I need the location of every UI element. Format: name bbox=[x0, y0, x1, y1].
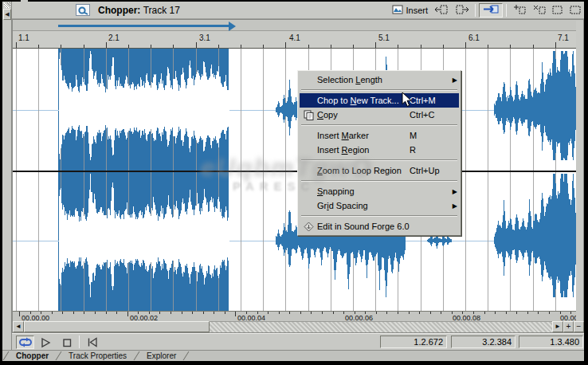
beat-ruler-label: 1.1 bbox=[18, 33, 29, 42]
menu-separator bbox=[301, 180, 457, 182]
insert-label: Insert bbox=[406, 6, 428, 15]
menu-item-shortcut: Ctrl+C bbox=[410, 110, 449, 120]
link-arrow-to-selection-icon bbox=[482, 3, 500, 18]
scrollbar-thumb[interactable] bbox=[24, 321, 210, 332]
beat-tick bbox=[488, 45, 488, 48]
menu-item-label: Edit in Sound Forge 6.0 bbox=[317, 222, 410, 231]
tab-chopper[interactable]: Chopper bbox=[10, 351, 55, 361]
time-tick bbox=[203, 312, 204, 314]
time-tick bbox=[19, 312, 20, 316]
time-tick bbox=[506, 312, 507, 314]
waveform-display[interactable] bbox=[13, 49, 576, 311]
beat-ruler-label: 4.1 bbox=[289, 33, 300, 42]
time-tick bbox=[386, 312, 387, 314]
tab-divider bbox=[134, 351, 140, 360]
link-arrow-to-selection-button[interactable] bbox=[479, 3, 503, 18]
beat-tick bbox=[443, 45, 444, 48]
time-tick bbox=[73, 312, 74, 314]
loop-icon bbox=[18, 337, 33, 347]
context-menu: Selection Length▶Chop to New Track...Ctr… bbox=[297, 70, 461, 236]
double-selection-icon bbox=[532, 3, 546, 18]
menu-separator bbox=[301, 159, 457, 161]
scroll-left-button[interactable]: ◄ bbox=[13, 321, 24, 332]
time-tick bbox=[52, 312, 53, 314]
scrollbar-track[interactable] bbox=[210, 321, 552, 332]
beat-ruler[interactable]: 1.12.13.14.15.16.17.1 bbox=[13, 31, 576, 49]
horizontal-scrollbar: ◄ ► + − bbox=[13, 321, 584, 332]
menu-item-zoom-to-loop-region[interactable]: Zoom to Loop RegionCtrl+Up bbox=[300, 163, 459, 178]
transport-separator bbox=[79, 336, 80, 348]
beat-tick bbox=[375, 42, 376, 48]
shift-selection-left-icon bbox=[434, 3, 449, 18]
menu-item-edit-in-sound-forge-6-0[interactable]: Edit in Sound Forge 6.0 bbox=[300, 219, 459, 234]
insert-selection-button[interactable]: Insert bbox=[390, 3, 430, 18]
beat-tick bbox=[241, 45, 241, 48]
double-selection-button[interactable] bbox=[530, 3, 548, 18]
time-tick bbox=[441, 312, 441, 314]
menu-item-label: Insert Region bbox=[317, 145, 410, 155]
dock-divider: ◀ bbox=[2, 2, 12, 360]
tab-divider bbox=[56, 351, 62, 360]
tab-track-properties[interactable]: Track Properties bbox=[62, 351, 133, 361]
beat-tick bbox=[308, 45, 309, 48]
time-tick bbox=[159, 312, 160, 314]
menu-item-grid-spacing[interactable]: Grid Spacing▶ bbox=[300, 198, 459, 213]
play-button[interactable] bbox=[37, 336, 55, 349]
beat-tick bbox=[465, 42, 466, 48]
selection-arrow-strip[interactable] bbox=[13, 21, 576, 31]
beat-tick bbox=[331, 45, 331, 48]
selection-box-large-button[interactable] bbox=[567, 3, 583, 18]
menu-item-snapping[interactable]: Snapping▶ bbox=[300, 184, 459, 198]
transport-bar: 1.2.6723.2.3841.3.480 bbox=[12, 333, 584, 350]
menu-item-shortcut: Ctrl+Up bbox=[410, 166, 449, 175]
time-tick bbox=[484, 312, 485, 314]
menu-item-copy[interactable]: CopyCtrl+C bbox=[300, 108, 459, 122]
zoom-out-button[interactable]: − bbox=[574, 321, 584, 332]
selection-box-small-button[interactable] bbox=[550, 3, 566, 18]
menu-item-chop-to-new-track[interactable]: Chop to New Track...Ctrl+M bbox=[300, 93, 459, 108]
time-tick bbox=[419, 312, 420, 314]
stop-icon bbox=[61, 337, 73, 348]
time-tick bbox=[322, 312, 323, 314]
insert-icon bbox=[392, 3, 403, 18]
time-tick bbox=[398, 312, 398, 314]
shift-selection-right-button[interactable] bbox=[453, 3, 472, 18]
time-tick bbox=[106, 312, 107, 314]
time-ruler[interactable]: 00.00.0000.00.0200.00.0400.00.0600.00.08… bbox=[13, 311, 576, 321]
shift-selection-left-button[interactable] bbox=[432, 3, 451, 18]
menu-item-selection-length[interactable]: Selection Length▶ bbox=[300, 73, 459, 87]
beat-tick bbox=[421, 45, 421, 48]
menu-separator bbox=[301, 89, 457, 91]
beat-tick bbox=[263, 45, 264, 48]
status-value-1: 1.2.672 bbox=[380, 336, 447, 348]
scroll-right-button[interactable]: ► bbox=[552, 321, 563, 332]
time-tick bbox=[268, 312, 269, 314]
grip-handle-icon[interactable] bbox=[4, 2, 10, 8]
time-tick bbox=[430, 312, 431, 314]
selection-arrow[interactable] bbox=[58, 25, 231, 27]
time-tick bbox=[192, 312, 193, 314]
menu-item-insert-marker[interactable]: Insert MarkerM bbox=[300, 128, 459, 143]
menu-item-shortcut: M bbox=[410, 131, 449, 140]
status-value-2: 3.2.384 bbox=[451, 336, 515, 348]
loop-playback-button[interactable] bbox=[16, 336, 34, 349]
time-ruler-label: 00.00.02 bbox=[130, 314, 158, 321]
stop-button[interactable] bbox=[57, 336, 76, 349]
submenu-arrow-icon: ▶ bbox=[449, 202, 459, 210]
copy-icon bbox=[300, 110, 317, 120]
time-ruler-label: 00.00.08 bbox=[453, 314, 480, 321]
toolbar-separator bbox=[506, 4, 507, 17]
time-tick bbox=[333, 312, 334, 314]
beat-tick bbox=[38, 45, 39, 48]
zoom-in-button[interactable]: + bbox=[563, 321, 574, 332]
tab-explorer[interactable]: Explorer bbox=[140, 351, 182, 361]
chopper-window: ◀ 9 Chopper: Track 17 Insert bbox=[0, 0, 588, 365]
halve-selection-button[interactable] bbox=[510, 3, 528, 18]
time-tick bbox=[311, 312, 312, 314]
collapse-dock-button[interactable]: ◀ bbox=[3, 9, 11, 20]
app-icon bbox=[76, 4, 90, 16]
tab-divider bbox=[3, 351, 10, 360]
go-to-start-button[interactable] bbox=[83, 336, 101, 349]
menu-item-insert-region[interactable]: Insert RegionR bbox=[300, 143, 459, 157]
time-tick bbox=[214, 312, 214, 314]
